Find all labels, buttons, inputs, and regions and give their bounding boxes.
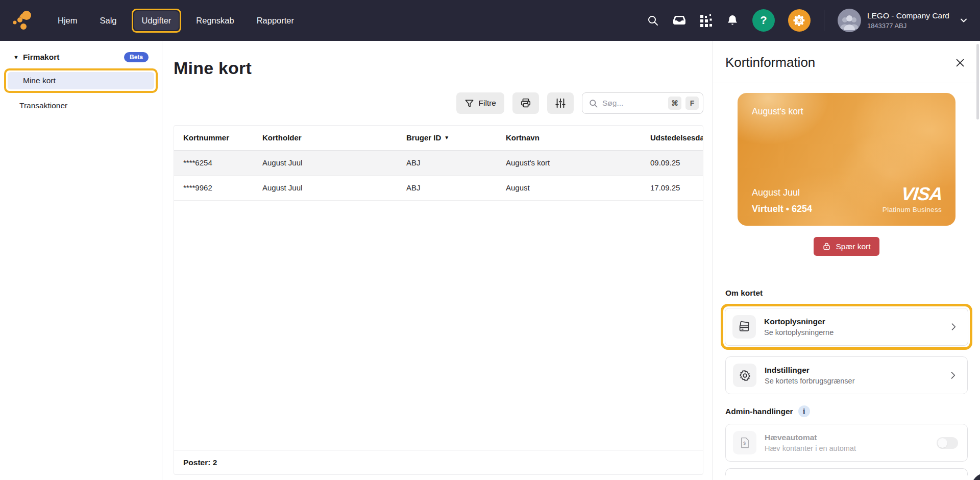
inbox-icon[interactable] bbox=[673, 14, 686, 27]
topbar-divider bbox=[824, 10, 824, 31]
visa-logo: VISA bbox=[900, 185, 943, 203]
panel-scrollbar[interactable] bbox=[976, 44, 979, 119]
nav-salg[interactable]: Salg bbox=[92, 11, 125, 30]
section-om-kortet: Om kortet bbox=[725, 289, 968, 298]
card-info-panel: Kortinformation August's kort August Juu… bbox=[713, 41, 980, 480]
sidebar-group-label: Firmakort bbox=[23, 53, 60, 62]
card-type-number: Virtuelt • 6254 bbox=[752, 204, 812, 214]
col-kortholder[interactable]: Kortholder bbox=[253, 126, 397, 150]
cards-icon bbox=[732, 315, 756, 339]
nav-rapporter[interactable]: Rapporter bbox=[249, 11, 302, 30]
search-input-icon bbox=[589, 99, 598, 108]
page-title: Mine kort bbox=[174, 58, 713, 78]
nav-regnskab[interactable]: Regnskab bbox=[188, 11, 241, 30]
economic-logo[interactable] bbox=[11, 9, 35, 32]
settings-gear-button[interactable] bbox=[788, 9, 811, 32]
table-toolbar: Filtre bbox=[162, 92, 703, 114]
col-kortnummer[interactable]: Kortnummer bbox=[174, 126, 253, 150]
beta-badge: Beta bbox=[124, 52, 149, 62]
svg-text:$: $ bbox=[743, 441, 746, 446]
account-chevron-down-icon[interactable] bbox=[959, 15, 969, 26]
account-menu[interactable]: LEGO - Company Card 1843377 ABJ bbox=[838, 9, 969, 32]
card-name: August's kort bbox=[752, 106, 803, 117]
print-button[interactable] bbox=[512, 92, 539, 114]
card-settings-item[interactable]: Indstillinger Se kortets forbrugsgrænser bbox=[725, 356, 968, 394]
annotation-box-udgifter: Udgifter bbox=[132, 9, 182, 33]
partial-next-item-card bbox=[725, 468, 968, 475]
close-icon[interactable] bbox=[952, 55, 968, 70]
nav-hjem[interactable]: Hjem bbox=[50, 11, 85, 30]
card-holder: August Juul bbox=[752, 187, 800, 198]
atm-toggle-off[interactable] bbox=[937, 437, 958, 449]
lock-icon bbox=[822, 242, 831, 251]
gear-icon bbox=[733, 364, 756, 387]
record-count: Poster: 2 bbox=[174, 450, 703, 474]
item-subtitle: Se kortets forbrugsgrænser bbox=[765, 377, 855, 385]
cash-document-icon: $ bbox=[733, 431, 756, 454]
column-settings-button[interactable] bbox=[547, 92, 574, 114]
virtual-card-visual: August's kort August Juul Virtuelt • 625… bbox=[738, 93, 955, 226]
block-card-button[interactable]: Spær kort bbox=[814, 237, 879, 256]
sort-desc-icon: ▼ bbox=[444, 135, 449, 140]
card-tier: Platinum Business bbox=[883, 206, 942, 213]
item-title: Kortoplysninger bbox=[764, 317, 834, 326]
sliders-icon bbox=[555, 98, 566, 109]
chevron-right-icon bbox=[948, 322, 959, 332]
search-icon[interactable] bbox=[646, 14, 659, 27]
cards-table: Kortnummer Kortholder Bruger ID▼ Kortnav… bbox=[174, 125, 703, 475]
table-row[interactable]: ****6254 August Juul ABJ August's kort 0… bbox=[174, 150, 703, 175]
topbar: Hjem Salg Udgifter Regnskab Rapporter bbox=[0, 0, 980, 41]
funnel-icon bbox=[464, 99, 474, 108]
sidebar: ▼ Firmakort Beta Mine kort Transaktioner bbox=[0, 41, 162, 480]
chevron-right-icon bbox=[948, 370, 958, 380]
panel-title: Kortinformation bbox=[725, 55, 815, 70]
main-nav: Hjem Salg Udgifter Regnskab Rapporter bbox=[50, 9, 302, 33]
notifications-bell-icon[interactable] bbox=[726, 14, 739, 27]
card-details-item[interactable]: Kortoplysninger Se kortoplysningerne bbox=[725, 308, 968, 346]
col-kortnavn[interactable]: Kortnavn bbox=[497, 126, 641, 150]
table-header-row: Kortnummer Kortholder Bruger ID▼ Kortnav… bbox=[174, 126, 703, 150]
group-collapse-caret-icon[interactable]: ▼ bbox=[13, 54, 19, 60]
atm-item: $ Hæveautomat Hæv kontanter i en automat bbox=[725, 424, 968, 462]
f-key-badge: F bbox=[685, 97, 699, 110]
sidebar-item-transaktioner[interactable]: Transaktioner bbox=[4, 97, 156, 114]
sidebar-group-firmakort[interactable]: ▼ Firmakort Beta bbox=[0, 51, 162, 63]
filters-button[interactable]: Filtre bbox=[456, 92, 504, 114]
info-icon[interactable]: i bbox=[798, 405, 810, 417]
col-udstedelsesdato[interactable]: Udstedelsesdato bbox=[641, 126, 703, 150]
main-content: Mine kort Filtre bbox=[162, 41, 713, 480]
printer-icon bbox=[520, 98, 531, 109]
panel-divider bbox=[713, 83, 980, 83]
table-row[interactable]: ****9962 August Juul ABJ August 17.09.25 bbox=[174, 175, 703, 200]
cmd-key-badge: ⌘ bbox=[668, 97, 681, 110]
apps-grid-icon[interactable] bbox=[699, 14, 713, 27]
table-search: ⌘ F bbox=[582, 92, 703, 114]
item-title: Hæveautomat bbox=[765, 433, 856, 442]
item-subtitle: Se kortoplysningerne bbox=[764, 328, 834, 337]
account-name: LEGO - Company Card bbox=[867, 11, 949, 20]
col-bruger-id[interactable]: Bruger ID▼ bbox=[397, 126, 497, 150]
section-admin-handlinger: Admin-handlinger i bbox=[725, 405, 968, 417]
help-button[interactable]: ? bbox=[752, 9, 775, 32]
account-id: 1843377 ABJ bbox=[867, 22, 949, 30]
company-avatar bbox=[838, 9, 861, 32]
nav-udgifter[interactable]: Udgifter bbox=[134, 11, 179, 30]
item-title: Indstillinger bbox=[765, 366, 855, 375]
sidebar-item-mine-kort[interactable]: Mine kort bbox=[8, 72, 154, 89]
item-subtitle: Hæv kontanter i en automat bbox=[765, 444, 856, 452]
annotation-box-mine-kort: Mine kort bbox=[4, 68, 158, 93]
search-input[interactable] bbox=[602, 99, 664, 108]
annotation-box-kortoplysninger: Kortoplysninger Se kortoplysningerne bbox=[721, 304, 972, 350]
